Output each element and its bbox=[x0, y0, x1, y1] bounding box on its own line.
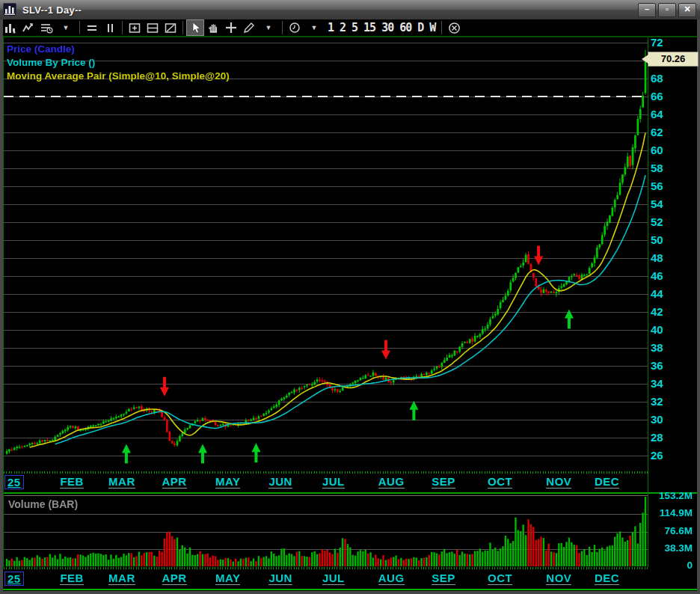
price-tick-label: 32 bbox=[651, 395, 663, 408]
price-tick-label: 64 bbox=[651, 108, 663, 120]
month-label-apr[interactable]: APR bbox=[162, 475, 187, 489]
bottom-divider bbox=[3, 589, 697, 590]
month-label-mar[interactable]: MAR bbox=[108, 572, 135, 585]
studies-button[interactable] bbox=[38, 20, 55, 35]
legend-item-2[interactable]: Moving Average Pair (Simple@10, Simple@2… bbox=[7, 70, 230, 83]
month-label-nov[interactable]: NOV bbox=[546, 475, 571, 489]
volume-tick-label: 0 bbox=[648, 560, 693, 571]
month-label-sep[interactable]: SEP bbox=[432, 572, 455, 585]
month-label-aug[interactable]: AUG bbox=[378, 572, 405, 585]
timeframe-button-w[interactable]: W bbox=[426, 21, 438, 34]
price-axis[interactable]: 7270686664626058565452504846444240383634… bbox=[649, 37, 697, 471]
time-dropdown[interactable]: ▼ bbox=[304, 20, 324, 35]
month-label-feb[interactable]: FEB bbox=[60, 475, 84, 489]
window-add-icon bbox=[129, 22, 141, 34]
month-label-nov[interactable]: NOV bbox=[546, 572, 571, 585]
window-border bbox=[697, 19, 700, 594]
window-split-icon bbox=[147, 22, 159, 34]
x-axis-ticks bbox=[4, 567, 648, 569]
month-label-oct[interactable]: OCT bbox=[488, 475, 512, 489]
month-label-mar[interactable]: MAR bbox=[108, 475, 135, 489]
cursor-tool-button[interactable] bbox=[187, 20, 203, 35]
price-tick-label: 30 bbox=[651, 413, 663, 426]
price-tick-label: 34 bbox=[651, 377, 663, 390]
volume-chart-canvas[interactable] bbox=[4, 495, 648, 568]
price-tick-label: 52 bbox=[651, 215, 663, 228]
price-tick-label: 54 bbox=[651, 198, 663, 210]
month-label-apr[interactable]: APR bbox=[162, 572, 187, 585]
volume-tick-label: 114.9M bbox=[648, 507, 693, 518]
circle-x-icon bbox=[448, 22, 461, 34]
price-tick-label: 26 bbox=[651, 449, 663, 462]
timeframe-button-15[interactable]: 15 bbox=[360, 21, 378, 34]
price-tick-label: 44 bbox=[651, 287, 663, 300]
chart-style-button[interactable] bbox=[2, 20, 19, 35]
price-tick-label: 56 bbox=[651, 180, 663, 192]
chart-app-icon bbox=[2, 3, 17, 16]
month-label-oct[interactable]: OCT bbox=[488, 572, 512, 585]
price-tick-label: 28 bbox=[651, 431, 663, 444]
timeframe-button-30[interactable]: 30 bbox=[378, 21, 396, 34]
legend-item-1[interactable]: Volume By Price () bbox=[7, 56, 230, 70]
month-label-25[interactable]: 25 bbox=[4, 475, 24, 489]
window-split-button[interactable] bbox=[144, 20, 161, 35]
vertical-tile-button[interactable] bbox=[102, 20, 118, 35]
price-chart-canvas[interactable] bbox=[4, 37, 648, 471]
price-tick-label: 58 bbox=[651, 162, 663, 174]
month-label-dec[interactable]: DEC bbox=[595, 475, 619, 489]
month-label-jun[interactable]: JUN bbox=[268, 475, 292, 489]
window-title: SLV--1 Day-- bbox=[22, 4, 82, 16]
price-tick-label: 62 bbox=[651, 126, 663, 138]
price-tick-label: 60 bbox=[651, 144, 663, 156]
month-label-sep[interactable]: SEP bbox=[432, 475, 455, 489]
price-tick-label: 42 bbox=[651, 305, 663, 318]
month-label-25[interactable]: 25 bbox=[4, 572, 24, 586]
month-label-may[interactable]: MAY bbox=[215, 572, 240, 585]
window-border bbox=[0, 19, 3, 594]
price-tick-label: 72 bbox=[651, 36, 663, 49]
timeframe-button-5[interactable]: 5 bbox=[349, 21, 360, 34]
crosshair-tool-button[interactable] bbox=[223, 20, 239, 35]
clock-icon bbox=[289, 22, 301, 34]
price-tick-label: 38 bbox=[651, 341, 663, 354]
window-remove-button[interactable] bbox=[162, 20, 179, 35]
crosshair-icon bbox=[225, 22, 237, 34]
chart-style-dropdown[interactable]: ▼ bbox=[56, 20, 76, 35]
volume-axis[interactable]: 153.2M114.9M76.6M38.3M0 bbox=[648, 486, 696, 569]
legend-item-0[interactable]: Price (Candle) bbox=[7, 43, 230, 56]
month-label-dec[interactable]: DEC bbox=[595, 572, 619, 585]
window-remove-icon bbox=[165, 22, 177, 34]
horizontal-tile-button[interactable] bbox=[84, 20, 100, 35]
time-settings-button[interactable] bbox=[286, 20, 303, 35]
x-axis-labels: 25FEBMARAPRMAYJUNJULAUGSEPOCTNOVDEC bbox=[4, 474, 648, 492]
timeframe-button-2[interactable]: 2 bbox=[337, 21, 349, 34]
close-button[interactable]: ✕ bbox=[678, 3, 696, 17]
restore-button[interactable]: ▫ bbox=[658, 3, 676, 17]
chart-legend: Price (Candle)Volume By Price ()Moving A… bbox=[7, 43, 230, 83]
timeframe-button-d[interactable]: D bbox=[414, 21, 426, 34]
month-label-jun[interactable]: JUN bbox=[268, 572, 292, 585]
chart-style-icon bbox=[4, 22, 16, 34]
toolbar: ▼ bbox=[0, 19, 700, 36]
indicator-zigzag-icon bbox=[22, 22, 34, 34]
toolbar-separator bbox=[79, 21, 80, 34]
vertical-tile-icon bbox=[104, 22, 116, 34]
price-tick-label: 50 bbox=[651, 233, 663, 246]
draw-tool-button[interactable] bbox=[241, 20, 257, 35]
draw-tool-dropdown[interactable]: ▼ bbox=[259, 20, 278, 35]
last-price-tag: 70.26 bbox=[648, 52, 699, 67]
timeframe-button-1[interactable]: 1 bbox=[325, 21, 337, 34]
indicator-button[interactable] bbox=[20, 20, 37, 35]
disconnect-button[interactable] bbox=[446, 20, 462, 35]
cursor-icon bbox=[190, 22, 201, 34]
month-label-may[interactable]: MAY bbox=[215, 475, 240, 489]
month-label-feb[interactable]: FEB bbox=[60, 572, 84, 585]
price-tick-label: 48 bbox=[651, 251, 663, 264]
minimize-button[interactable]: – bbox=[638, 3, 656, 17]
timeframe-button-60[interactable]: 60 bbox=[396, 21, 414, 34]
month-label-jul[interactable]: JUL bbox=[322, 572, 345, 585]
month-label-aug[interactable]: AUG bbox=[378, 475, 405, 489]
pan-tool-button[interactable] bbox=[205, 20, 221, 35]
month-label-jul[interactable]: JUL bbox=[322, 475, 345, 489]
window-add-button[interactable] bbox=[126, 20, 143, 35]
